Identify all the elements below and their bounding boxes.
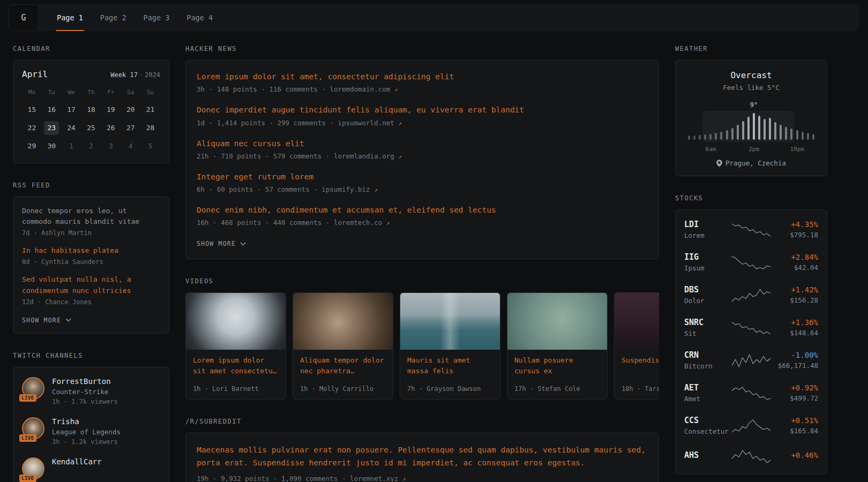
stock-id: AET Amet bbox=[684, 383, 731, 403]
stock-quote: +0.51% $165.84 bbox=[772, 416, 818, 435]
day-header: Tu bbox=[42, 87, 62, 99]
video-card[interactable]: Lorem ipsum dolor sit amet consectetu… 1… bbox=[185, 292, 286, 400]
hn-story-link[interactable]: Donec enim nibh, condimentum et accumsan… bbox=[197, 205, 648, 215]
subreddit-domain-link[interactable]: loremnet.xyz ↗ bbox=[350, 475, 406, 482]
stock-row-aet[interactable]: AET Amet +0.92% $499.72 bbox=[684, 376, 818, 409]
rss-item-meta: 7d · Ashlyn Martin bbox=[22, 229, 160, 237]
location-pin-icon bbox=[716, 160, 722, 167]
stock-row-ccs[interactable]: CCS Consectetur +0.51% $165.84 bbox=[684, 409, 818, 442]
rss-item-link[interactable]: In hac habitasse platea bbox=[22, 245, 160, 256]
day-header: Mo bbox=[22, 87, 42, 99]
video-title: Mauris sit amet massa felis bbox=[400, 350, 500, 376]
hn-story-link[interactable]: Aliquam nec cursus elit bbox=[197, 138, 648, 149]
subreddit-widget: /R/SUBREDDIT Maecenas mollis pulvinar er… bbox=[185, 418, 659, 482]
video-title: Aliquam tempor dolor nec pharetra… bbox=[293, 350, 393, 376]
twitch-widget: TWITCH CHANNELS LIVE ForrestBurton Count… bbox=[13, 352, 169, 482]
stock-name: Consectetur bbox=[684, 427, 731, 435]
stock-symbol: IIG bbox=[684, 252, 731, 262]
video-thumbnail bbox=[186, 293, 286, 350]
hn-domain-link[interactable]: ipsumworld.net ↗ bbox=[338, 119, 402, 127]
subreddit-post-link[interactable]: Maecenas mollis pulvinar erat non posuer… bbox=[197, 444, 648, 470]
video-card[interactable]: Nullam posuere cursus ex 17h · Stefan Co… bbox=[507, 292, 608, 400]
hn-domain-link[interactable]: loremtech.co ↗ bbox=[334, 219, 390, 227]
twitch-channel-row[interactable]: LIVE Trisha League of Legends 3h · 1.2k … bbox=[22, 417, 160, 446]
hn-story-link[interactable]: Lorem ipsum dolor sit amet, consectetur … bbox=[197, 71, 648, 82]
calendar-year: 2024 bbox=[145, 71, 160, 79]
external-link-icon: ↗ bbox=[394, 86, 398, 93]
video-card[interactable]: Aliquam tempor dolor nec pharetra… 1h · … bbox=[293, 292, 393, 400]
hackernews-card: Lorem ipsum dolor sit amet, consectetur … bbox=[185, 60, 659, 259]
channel-name: Trisha bbox=[52, 417, 121, 426]
stock-symbol: CCS bbox=[684, 416, 731, 425]
video-card[interactable]: Mauris sit amet massa felis 7h · Grayson… bbox=[400, 292, 500, 400]
stock-id: DBS Dolor bbox=[684, 285, 731, 305]
stock-row-ahs[interactable]: AHS +0.46% bbox=[684, 442, 818, 471]
stock-symbol: LDI bbox=[684, 220, 731, 229]
stock-price: $42.04 bbox=[772, 263, 818, 272]
calendar-day-next-month: 3 bbox=[101, 139, 121, 153]
channel-game: Counter-Strike bbox=[52, 388, 118, 396]
calendar-day: 27 bbox=[121, 121, 140, 135]
stock-quote: +0.92% $499.72 bbox=[772, 383, 818, 402]
video-card[interactable]: Suspendisse diam 18h · Tara bbox=[614, 292, 659, 400]
weather-time-label: 6am bbox=[706, 146, 716, 153]
hn-domain: ipsumify.biz bbox=[321, 185, 370, 193]
hn-domain-link[interactable]: loremdomain.com ↗ bbox=[330, 85, 398, 93]
stock-row-ldi[interactable]: LDI Lorem +4.35% $795.18 bbox=[684, 213, 818, 246]
rss-show-more-button[interactable]: SHOW MORE bbox=[22, 317, 71, 324]
app-logo[interactable]: G bbox=[9, 4, 39, 31]
calendar-day: 17 bbox=[62, 103, 81, 117]
tab-page-3[interactable]: Page 3 bbox=[135, 4, 178, 31]
calendar-day: 15 bbox=[22, 103, 42, 117]
hn-meta-text: 1d · 1,414 points · 299 comments · bbox=[197, 119, 338, 127]
calendar-day: 29 bbox=[22, 139, 42, 153]
stock-row-crn[interactable]: CRN Bitcorn -1.00% $66,171.48 bbox=[684, 344, 818, 376]
live-badge: LIVE bbox=[19, 394, 36, 402]
hn-story-link[interactable]: Donec imperdiet augue tincidunt felis al… bbox=[197, 104, 648, 115]
twitch-channel-row[interactable]: LIVE KendallCarr bbox=[22, 457, 160, 480]
stock-quote: -1.00% $66,171.48 bbox=[772, 351, 818, 370]
hackernews-widget: HACKER NEWS Lorem ipsum dolor sit amet, … bbox=[185, 45, 659, 259]
stock-id: AHS bbox=[684, 450, 731, 462]
stock-row-dbs[interactable]: DBS Dolor +1.42% $156.28 bbox=[684, 278, 818, 311]
calendar-day-next-month: 4 bbox=[121, 139, 140, 153]
weather-time-label: 10pm bbox=[790, 146, 804, 153]
twitch-channel-row[interactable]: LIVE ForrestBurton Counter-Strike 1h · 1… bbox=[22, 377, 160, 405]
subreddit-domain: loremnet.xyz bbox=[350, 475, 398, 482]
tab-page-4[interactable]: Page 4 bbox=[178, 4, 221, 31]
hn-meta-text: 21h · 710 points · 579 comments · bbox=[197, 152, 334, 160]
left-column: CALENDAR April Week 17·2024 Mo Tu We Th … bbox=[13, 45, 169, 482]
hn-domain-link[interactable]: ipsumify.biz ↗ bbox=[321, 185, 377, 193]
channel-meta: 1h · 1.7k viewers bbox=[52, 398, 118, 405]
rss-item-link[interactable]: Sed volutpat nulla nisl, a condimentum n… bbox=[22, 274, 160, 296]
hn-meta-text: 3h · 148 points · 116 comments · bbox=[197, 85, 330, 93]
calendar-day-next-month: 2 bbox=[81, 139, 101, 153]
video-meta: 1h · Lori Barnett bbox=[186, 385, 286, 399]
subreddit-meta-text: 19h · 9,932 points · 1,090 comments · bbox=[197, 475, 350, 482]
tab-page-1[interactable]: Page 1 bbox=[48, 4, 92, 31]
stock-quote: +1.42% $156.28 bbox=[772, 285, 818, 304]
external-link-icon: ↗ bbox=[398, 120, 402, 127]
hn-show-more-button[interactable]: SHOW MORE bbox=[197, 240, 246, 247]
calendar-week-row: 15 16 17 18 19 20 21 bbox=[22, 103, 160, 117]
stock-price: $156.28 bbox=[772, 296, 818, 304]
section-label-subreddit: /R/SUBREDDIT bbox=[185, 418, 659, 425]
stock-symbol: DBS bbox=[684, 285, 731, 295]
rss-item-link[interactable]: Donec tempor eros leo, ut commodo mauris… bbox=[22, 206, 160, 227]
calendar-week-row: 29 30 1 2 3 4 5 bbox=[22, 139, 160, 153]
stock-quote: +1.36% $148.64 bbox=[772, 318, 818, 337]
stock-change: -1.00% bbox=[772, 351, 818, 359]
tab-page-2[interactable]: Page 2 bbox=[92, 4, 135, 31]
stock-row-snrc[interactable]: SNRC Sit +1.36% $148.64 bbox=[684, 311, 818, 344]
video-thumbnail bbox=[507, 293, 607, 350]
stock-sparkline bbox=[731, 320, 772, 336]
hn-story-link[interactable]: Integer eget rutrum lorem bbox=[197, 171, 648, 182]
hn-domain-link[interactable]: loremlandia.org ↗ bbox=[334, 152, 402, 160]
day-header: We bbox=[62, 87, 81, 99]
stock-row-iig[interactable]: IIG Ipsum +2.84% $42.04 bbox=[684, 246, 818, 278]
weather-location-text: Prague, Czechia bbox=[725, 159, 786, 167]
stock-quote: +0.46% bbox=[772, 451, 818, 462]
external-link-icon: ↗ bbox=[398, 153, 402, 160]
channel-info: Trisha League of Legends 3h · 1.2k viewe… bbox=[52, 417, 121, 446]
hn-story-meta: 1d · 1,414 points · 299 comments · ipsum… bbox=[197, 119, 648, 127]
